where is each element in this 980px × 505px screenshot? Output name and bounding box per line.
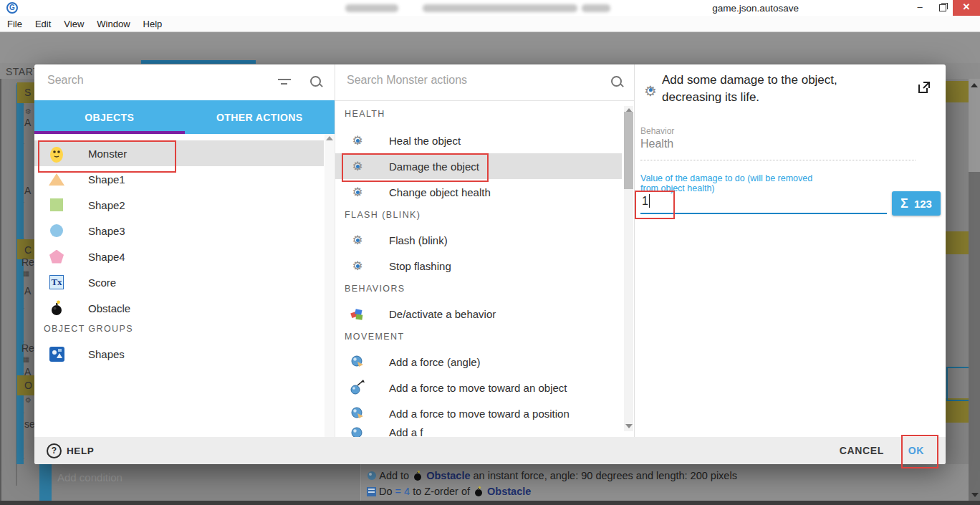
actions-search-input[interactable] (345, 73, 563, 87)
objects-tabs: OBJECTS OTHER ACTIONS (34, 100, 335, 134)
window-titlebar: G game.json.autosave – ✕ (0, 0, 980, 16)
menu-help[interactable]: Help (143, 19, 163, 29)
expression-editor-button[interactable]: Σ 123 (892, 191, 941, 216)
action-row-damage[interactable]: ⚙ Damage the object (335, 153, 622, 179)
action-row-clipped[interactable]: Add a f (335, 426, 622, 437)
event-icon-fragment: ▦ (23, 269, 29, 277)
search-icon[interactable] (611, 76, 624, 89)
add-condition-placeholder[interactable]: Add condition (57, 471, 123, 484)
flash-action-icon: ⚙ (348, 234, 367, 247)
redacted-title-segment (345, 4, 398, 12)
scroll-up-icon[interactable] (326, 136, 333, 140)
force-toward-icon (348, 380, 367, 395)
objects-panel: OBJECTS OTHER ACTIONS Monster Shape1 Sha… (34, 64, 335, 437)
redacted-title-segment (582, 4, 610, 12)
actions-scrollbar[interactable] (624, 106, 633, 431)
triangle-icon (47, 173, 66, 186)
action-config-panel: ⚙ Add some damage to the object, decreas… (634, 64, 946, 437)
action-row-add-force-angle[interactable]: Add a force (angle) (335, 349, 622, 375)
bomb-icon (474, 486, 483, 496)
scroll-down-icon[interactable] (971, 493, 979, 497)
behavior-field-value[interactable]: Health (640, 138, 673, 150)
object-label: Shape1 (88, 173, 125, 186)
section-header-flash: FLASH (BLINK) (345, 210, 421, 220)
event-action-row[interactable]: Add to Obstacle an instant force, angle:… (367, 470, 737, 481)
object-label: Obstacle (88, 302, 130, 314)
open-in-new-icon[interactable] (917, 80, 931, 95)
tab-other-actions[interactable]: OTHER ACTIONS (185, 100, 335, 134)
text-caret (649, 194, 650, 208)
close-button[interactable]: ✕ (953, 0, 980, 16)
force-icon (348, 406, 367, 420)
scroll-down-icon[interactable] (625, 424, 633, 428)
square-icon (47, 198, 66, 211)
minimize-button[interactable]: – (910, 0, 930, 16)
action-description: Add some damage to the object, decreasin… (662, 72, 900, 106)
event-icon-fragment: ⚙ (25, 107, 32, 115)
flash-action-icon: ⚙ (348, 259, 367, 273)
section-header-movement: MOVEMENT (345, 332, 404, 342)
object-label: Shape4 (88, 251, 125, 263)
object-row-obstacle[interactable]: Obstacle (34, 295, 324, 321)
action-row-deactivate-behavior[interactable]: De/activate a behavior (335, 301, 622, 327)
window-title: game.json.autosave (712, 3, 799, 14)
object-label: Monster (88, 148, 127, 160)
group-row-shapes[interactable]: Shapes (34, 341, 324, 367)
object-row-shape1[interactable]: Shape1 (34, 166, 324, 192)
actions-scrollbar-thumb[interactable] (624, 112, 633, 189)
objects-scrollbar[interactable] (325, 134, 334, 437)
event-text-fragment: S (24, 87, 31, 98)
action-row-heal[interactable]: ⚙ Heal the object (335, 128, 622, 153)
restore-button[interactable] (933, 0, 953, 16)
section-header-health: HEALTH (345, 109, 385, 119)
events-scrollbar-thumb[interactable] (969, 172, 980, 501)
event-text-fragment: Re (21, 256, 34, 268)
object-row-score[interactable]: Tx Score (34, 269, 324, 295)
dialog-footer: ? HELP CANCEL OK (34, 437, 946, 464)
actions-panel: HEALTH ⚙ Heal the object ⚙ Damage the ob… (335, 64, 634, 437)
filter-icon[interactable] (278, 79, 291, 86)
sigma-icon: Σ (900, 196, 908, 211)
tab-objects[interactable]: OBJECTS (34, 100, 185, 134)
help-icon: ? (47, 443, 62, 458)
help-button[interactable]: ? HELP (47, 443, 94, 458)
action-label: De/activate a behavior (389, 308, 496, 320)
monster-icon (47, 144, 66, 163)
objects-search-row (34, 64, 335, 101)
search-icon[interactable] (310, 76, 323, 89)
action-label: Add a force to move toward an object (389, 382, 567, 394)
object-label: Shape2 (88, 199, 125, 211)
menu-view[interactable]: View (64, 19, 84, 29)
z-order-icon (367, 487, 376, 496)
action-row-stop-flashing[interactable]: ⚙ Stop flashing (335, 253, 622, 279)
behavior-field-label: Behavior (640, 126, 674, 136)
event-action-row[interactable]: Do = 4 to Z-order of Obstacle (367, 486, 531, 497)
toolbar (0, 32, 980, 63)
object-label: Score (88, 276, 116, 289)
health-action-icon: ⚙ (348, 134, 367, 148)
action-row-change-health[interactable]: ⚙ Change object health (335, 179, 622, 205)
object-groups-header: OBJECT GROUPS (44, 324, 133, 334)
actions-search-row (335, 64, 634, 101)
event-text-fragment: A (24, 185, 31, 196)
event-highlight (944, 398, 969, 423)
section-header-behaviors: BEHAVIORS (345, 284, 405, 294)
action-row-flash[interactable]: ⚙ Flash (blink) (335, 227, 622, 253)
ok-button[interactable]: OK (908, 445, 924, 456)
cancel-button[interactable]: CANCEL (840, 445, 884, 456)
action-row-force-toward-object[interactable]: Add a force to move toward an object (335, 375, 622, 400)
scroll-up-icon[interactable] (971, 83, 978, 87)
menu-edit[interactable]: Edit (35, 19, 51, 29)
pentagon-icon (47, 250, 66, 264)
menu-file[interactable]: File (7, 19, 22, 29)
action-row-force-toward-position[interactable]: Add a force to move toward a position (335, 400, 622, 426)
object-row-shape2[interactable]: Shape2 (34, 192, 324, 218)
object-row-monster[interactable]: Monster (34, 140, 324, 166)
action-label: Add a force to move toward a position (389, 408, 570, 420)
menu-window[interactable]: Window (97, 19, 130, 29)
object-row-shape3[interactable]: Shape3 (34, 218, 324, 244)
objects-search-input[interactable] (46, 73, 264, 87)
damage-value-field[interactable]: 1 (640, 191, 887, 214)
object-row-shape4[interactable]: Shape4 (34, 244, 324, 269)
text-object-icon: Tx (47, 275, 66, 289)
